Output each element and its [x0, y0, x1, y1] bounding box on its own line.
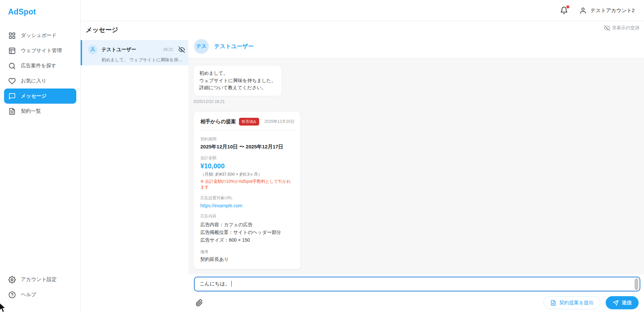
- chat-panel: 非表示の交渉 テス テストユーザー 初めまして。 ウェブサイトに興味を持ちました…: [188, 21, 644, 313]
- target-url-label: 広告設置対象URL: [200, 195, 294, 201]
- sidebar-item-label: ダッシュボード: [21, 32, 57, 39]
- messages-content: メッセージ テストユーザー 16:21: [81, 21, 644, 313]
- sidebar-item-label: メッセージ: [21, 93, 46, 99]
- sidebar-item-messages[interactable]: メッセージ: [4, 89, 76, 104]
- website-icon: [8, 47, 16, 55]
- message-bubble: 初めまして。 ウェブサイトに興味を持ちました。 詳細について教えてください。: [193, 65, 282, 96]
- selected-indicator: [81, 40, 82, 65]
- sidebar-item-label: 契約一覧: [21, 108, 41, 114]
- sidebar-item-find-ads[interactable]: 広告案件を探す: [4, 58, 76, 73]
- user-icon: [579, 7, 587, 14]
- conversation-time: 16:21: [163, 47, 173, 52]
- partner-avatar: テス: [194, 39, 209, 54]
- message-input[interactable]: こんにちは。: [194, 277, 640, 291]
- send-button[interactable]: 送信: [606, 296, 639, 309]
- ad-content-line: 広告掲載位置：サイトのヘッダー部分: [200, 229, 294, 236]
- sidebar-item-dashboard[interactable]: ダッシュボード: [4, 28, 76, 43]
- attach-file-button[interactable]: [196, 299, 203, 307]
- notifications-button[interactable]: [560, 6, 568, 14]
- composer-actions-row: 契約提案を提出 送信: [194, 296, 640, 309]
- ad-content-line: 広告内容：カフェの広告: [200, 221, 294, 229]
- app-root: AdSpot ダッシュボード ウェブサイト管理 広告案件を探す: [0, 0, 644, 313]
- proposal-card: 相手からの提案 拒否済み 2025年12月10日 契約期間 2025年12月10…: [193, 111, 301, 270]
- message-line: 初めまして。: [199, 70, 276, 77]
- contract-icon: [8, 108, 16, 115]
- proposal-date: 2025年12月10日: [265, 119, 294, 125]
- sidebar-item-website-management[interactable]: ウェブサイト管理: [4, 43, 76, 58]
- proposal-title: 相手からの提案: [200, 118, 236, 125]
- sidebar-item-label: ウェブサイト管理: [21, 47, 62, 54]
- sidebar-item-help[interactable]: ヘルプ: [4, 287, 76, 302]
- total-label: 合計金額: [200, 155, 294, 161]
- top-header: テストアカウント2: [81, 0, 644, 21]
- message-input-value: こんにちは。: [199, 281, 230, 286]
- status-badge: 拒否済み: [239, 118, 259, 126]
- send-label: 送信: [622, 300, 632, 306]
- ad-content-value: 広告内容：カフェの広告 広告掲載位置：サイトのヘッダー部分 広告サイズ：600 …: [200, 221, 294, 244]
- message-line: ウェブサイトに興味を持ちました。: [199, 77, 276, 84]
- chat-icon: [8, 93, 16, 100]
- period-value: 2025年12月10日 〜 2025年12月17日: [200, 144, 294, 150]
- page-title: メッセージ: [86, 26, 188, 34]
- ad-content-line: 広告サイズ：600 × 150: [200, 236, 294, 244]
- heart-icon: [8, 77, 16, 85]
- conversation-list-item[interactable]: テストユーザー 16:21 初めまして。 ウェブサイトに興味を持ちま...: [81, 40, 188, 65]
- document-icon: [550, 300, 556, 306]
- sidebar-item-label: 広告案件を探す: [21, 63, 56, 69]
- account-name: テストアカウント2: [591, 7, 635, 14]
- app-logo: AdSpot: [0, 0, 80, 16]
- hide-conversation-icon[interactable]: [178, 46, 185, 53]
- chat-message-area[interactable]: 初めまして。 ウェブサイトに興味を持ちました。 詳細について教えてください。 2…: [188, 58, 644, 274]
- conversation-name: テストユーザー: [102, 46, 159, 53]
- sidebar-nav: ダッシュボード ウェブサイト管理 広告案件を探す お気に入り: [0, 28, 80, 119]
- conversation-preview: 初めまして。 ウェブサイトに興味を持ちま...: [102, 57, 185, 63]
- eye-off-icon: [604, 25, 610, 31]
- notification-badge: [566, 5, 569, 8]
- sidebar-item-account-settings[interactable]: アカウント設定: [4, 272, 76, 287]
- sidebar: AdSpot ダッシュボード ウェブサイト管理 広告案件を探す: [0, 0, 81, 313]
- search-icon: [8, 62, 16, 70]
- conversation-summary: テストユーザー 16:21 初めまして。 ウェブサイトに興味を持ちま...: [88, 45, 185, 63]
- proposal-card-header: 相手からの提案 拒否済み 2025年12月10日: [194, 112, 300, 130]
- ad-content-label: 広告内容: [200, 213, 294, 219]
- send-icon: [613, 300, 619, 306]
- notes-value: 契約延長あり: [200, 256, 294, 263]
- submit-proposal-label: 契約提案を提出: [559, 300, 594, 306]
- monthly-note: （月額: 約¥37,500 × 約0.3ヶ月）: [200, 172, 294, 177]
- sidebar-footer: アカウント設定 ヘルプ: [0, 272, 80, 302]
- submit-proposal-button[interactable]: 契約提案を提出: [544, 296, 600, 309]
- help-icon: [8, 291, 16, 299]
- chat-toolbar: 非表示の交渉: [188, 21, 644, 35]
- message-line: 詳細について教えてください。: [199, 84, 276, 92]
- text-caret: [231, 281, 232, 287]
- conversation-list-panel: メッセージ テストユーザー 16:21: [81, 21, 188, 313]
- message-composer: こんにちは。 契約提案を提出: [188, 274, 644, 313]
- hidden-negotiations-label: 非表示の交渉: [612, 25, 639, 31]
- input-scrollbar-thumb[interactable]: [635, 278, 638, 290]
- fee-note: ※ 合計金額の10%がAdSpot手数料として引かれます: [200, 179, 294, 190]
- message-timestamp: 2025/12/10 16:21: [193, 99, 639, 104]
- proposal-card-body: 契約期間 2025年12月10日 〜 2025年12月17日 合計金額 ¥10,…: [194, 130, 300, 269]
- sidebar-item-favorites[interactable]: お気に入り: [4, 73, 76, 89]
- period-label: 契約期間: [200, 136, 294, 142]
- hidden-negotiations-toggle[interactable]: 非表示の交渉: [604, 25, 639, 31]
- sidebar-item-label: お気に入り: [21, 78, 46, 84]
- dashboard-icon: [8, 32, 16, 39]
- sidebar-item-contracts[interactable]: 契約一覧: [4, 104, 76, 119]
- notes-label: 備考: [200, 249, 294, 255]
- total-value: ¥10,000: [200, 162, 294, 170]
- account-menu[interactable]: テストアカウント2: [579, 7, 635, 14]
- avatar: [88, 45, 97, 54]
- chat-header: テス テストユーザー: [188, 35, 644, 58]
- sidebar-item-label: アカウント設定: [21, 276, 57, 283]
- sidebar-item-label: ヘルプ: [21, 291, 36, 298]
- target-url-link[interactable]: https://example.com: [200, 203, 242, 208]
- main-area: テストアカウント2 メッセージ テストユーザー 16:21: [81, 0, 644, 313]
- partner-name[interactable]: テストユーザー: [214, 43, 253, 50]
- gear-icon: [8, 276, 16, 283]
